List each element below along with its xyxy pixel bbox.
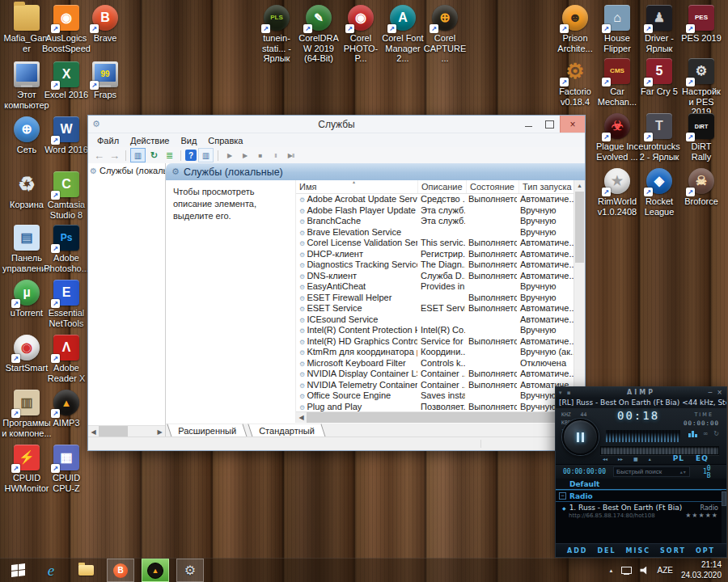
table-row[interactable]: Adobe Acrobat Update ServiceСредство ...… <box>296 194 574 205</box>
desktop-icon-plague-inc[interactable]: ☣↗Plague Inc Evolved ... <box>596 113 638 162</box>
desktop-icon-brave[interactable]: B↗Brave <box>83 5 128 44</box>
eject-icon[interactable]: ▴ <box>649 456 651 462</box>
column-header-3[interactable]: Тип запуска <box>519 180 578 193</box>
stop-icon[interactable]: ■ <box>633 456 638 462</box>
column-header-1[interactable]: Описание <box>418 180 467 193</box>
table-row[interactable]: Brave Elevation ServiceВручнуюЛокальн <box>296 227 574 238</box>
scroll-left-arrow[interactable]: ◀ <box>88 426 99 437</box>
table-row[interactable]: Diagnostics Tracking ServiceThe Diagn...… <box>296 259 574 271</box>
table-row[interactable]: Microsoft Keyboard FilterControls k...От… <box>296 358 574 369</box>
table-row[interactable]: DHCP-клиентРегистрир...ВыполняетсяАвтома… <box>296 249 574 260</box>
playlist-button-del[interactable]: DEL <box>597 547 616 555</box>
desktop-icon-fraps[interactable]: 99↗Fraps <box>83 61 128 100</box>
scroll-thumb[interactable] <box>307 412 574 423</box>
playlist-button-sort[interactable]: SORT <box>660 547 686 555</box>
maximize-button[interactable] <box>539 116 560 133</box>
scroll-left-arrow[interactable]: ◀ <box>296 412 307 423</box>
desktop-icon-prison-architect[interactable]: ☻↗Prison Archite... <box>554 5 596 53</box>
playlist-group-row[interactable]: − Radio <box>556 490 726 502</box>
desktop-icon-pes-2019-settings[interactable]: ⚙↗Настройки PES 2019 <box>680 58 722 117</box>
taskbar-item-internet-explorer[interactable]: e <box>37 559 65 582</box>
desktop-icon-coreldraw-2019[interactable]: ✎↗CorelDRAW 2019 (64-Bit) <box>297 5 341 64</box>
scroll-thumb[interactable] <box>575 192 584 263</box>
table-row[interactable]: KtmRm для координатора расп...Координи..… <box>296 347 574 358</box>
track-rating[interactable]: ★★★★★ <box>685 512 718 519</box>
scroll-thumb[interactable] <box>99 426 128 437</box>
table-row[interactable]: ESET ServiceESET ServiceВыполняетсяАвтом… <box>296 303 574 314</box>
search-spin-buttons[interactable]: ▴▾ <box>680 469 687 474</box>
table-row[interactable]: Intel(R) HD Graphics Control Pan...Servi… <box>296 336 574 348</box>
collapse-group-icon[interactable]: − <box>559 492 566 500</box>
desktop-icon-eurotrucks2[interactable]: T↗eurotrucks2 - Ярлык <box>638 113 680 162</box>
taskbar-item-brave[interactable]: B <box>107 559 134 582</box>
aimp-minimize-button[interactable]: ─ <box>708 389 712 396</box>
playlist-tab-default[interactable]: Default <box>566 480 603 489</box>
table-row[interactable]: DNS-клиентСлужба D...ВыполняетсяАвтомати… <box>296 271 574 282</box>
menu-item-вид[interactable]: Вид <box>175 136 202 146</box>
prev-track-icon[interactable]: ◂◂ <box>603 456 607 462</box>
shuffle-icon[interactable]: ↻ <box>713 430 719 437</box>
desktop-icon-tunein-station[interactable]: PLS↗tunein-stati... - Ярлык <box>255 5 298 64</box>
desktop-icon-factorio[interactable]: ⚙↗Factorio v0.18.4 <box>554 58 596 107</box>
taskbar-item-services[interactable]: ⚙ <box>176 559 204 582</box>
table-row[interactable]: NVIDIA Display Container LSContainer ...… <box>296 369 574 380</box>
table-row[interactable]: ESET Firewall HelperВыполняетсяВручнуюЛо… <box>296 293 574 304</box>
view-tab-extended[interactable]: Расширенный <box>167 424 248 437</box>
tree-item-services-local[interactable]: ⚙ Службы (локальн <box>88 163 165 178</box>
play-pause-button[interactable] <box>562 419 599 455</box>
table-row[interactable]: Corel License Validation Service ...This… <box>296 238 574 249</box>
desktop-icon-aimp3[interactable]: ▲↗AIMP3 <box>40 390 92 428</box>
desktop-icon-house-flipper[interactable]: ⌂↗House Flipper <box>596 5 638 53</box>
desktop-icon-corel-font-manager[interactable]: A↗Corel Font Manager 2... <box>381 5 425 64</box>
taskbar-clock[interactable]: 21:14 24.03.2020 <box>681 560 722 580</box>
aimp-titlebar[interactable]: ▾ ▪ AIMP ─ × <box>556 387 726 398</box>
menu-item-справка[interactable]: Справка <box>202 136 248 146</box>
column-header-0[interactable]: Имя <box>296 180 418 193</box>
table-row[interactable]: Office Source EngineSaves insta...Вручну… <box>296 390 574 402</box>
desktop-icon-far-cry-5[interactable]: 5↗Far Cry 5 <box>638 58 680 97</box>
desktop-icon-cpuid-cpu-z[interactable]: ▦↗CPUID CPU-Z <box>40 445 92 493</box>
services-vertical-scrollbar[interactable]: ▲ ▼ <box>574 180 585 412</box>
desktop-icon-car-mechanic[interactable]: CMS↗Car Mechan... <box>596 58 638 107</box>
playlist-button-misc[interactable]: MISC <box>626 547 651 555</box>
playlist-button-add[interactable]: ADD <box>567 547 587 555</box>
column-header-2[interactable]: Состояние <box>467 180 519 193</box>
visualizer-icon[interactable] <box>688 430 697 437</box>
table-row[interactable]: Adobe Flash Player Update ServiceЭта слу… <box>296 205 574 217</box>
forward-button[interactable]: → <box>108 149 121 162</box>
equalizer-button[interactable]: EQ <box>696 454 709 462</box>
volume-icon[interactable] <box>640 567 649 575</box>
services-horizontal-scrollbar[interactable]: ◀ <box>296 411 585 423</box>
table-row[interactable]: EasyAntiCheatProvides in...ВручнуюЛокаль… <box>296 281 574 293</box>
start-button[interactable] <box>6 560 30 581</box>
aimp-close-button[interactable]: × <box>717 389 722 396</box>
table-row[interactable]: BranchCacheЭта служб...ВручнуюСетевая <box>296 216 574 227</box>
hidden-icons-chevron[interactable]: ▲ <box>609 568 614 573</box>
refresh-button[interactable]: ↻ <box>147 149 161 162</box>
playlist-button-opt[interactable]: OPT <box>696 547 715 555</box>
desktop-icon-adobe-photoshop[interactable]: Ps↗Adobe Photosho... <box>40 225 92 273</box>
table-row[interactable]: Plug and PlayПозволяет...ВыполняетсяВруч… <box>296 402 574 412</box>
desktop-icon-broforce[interactable]: ☠↗Broforce <box>680 168 722 207</box>
back-button[interactable]: ← <box>92 149 106 162</box>
minimize-button[interactable] <box>518 116 539 133</box>
scroll-right-arrow[interactable]: ▶ <box>154 426 165 437</box>
table-row[interactable]: ICEsound ServiceАвтоматиче...Локальн <box>296 314 574 326</box>
repeat-icon[interactable]: ∞ <box>703 430 709 437</box>
taskbar-item-file-explorer[interactable] <box>72 559 99 582</box>
close-button[interactable]: × <box>560 116 585 133</box>
desktop-icon-adobe-reader-x[interactable]: Λ↗Adobe Reader X <box>40 335 92 383</box>
export-list-button[interactable]: ≣ <box>163 149 176 162</box>
next-track-icon[interactable]: ▸▸ <box>618 456 623 462</box>
desktop-icon-pes-2019[interactable]: PES↗PES 2019 <box>680 5 722 44</box>
desktop-icon-corel-capture[interactable]: ⊕↗Corel CAPTURE... <box>423 5 467 64</box>
desktop-icon-dirt-rally[interactable]: DiRT↗DiRT Rally <box>680 113 722 162</box>
help-button[interactable]: ? <box>185 150 197 161</box>
pause-service-button[interactable]: ‖ <box>269 149 282 162</box>
scroll-thumb[interactable] <box>722 491 726 506</box>
properties-window-button[interactable]: ▥ <box>198 148 214 162</box>
desktop-icon-rocket-league[interactable]: ◈↗Rocket League <box>638 168 680 217</box>
language-indicator[interactable]: AZE <box>657 566 672 575</box>
desktop-icon-driver[interactable]: ♟↗Driver - Ярлык <box>638 5 680 53</box>
scroll-up-arrow[interactable]: ▲ <box>574 180 585 191</box>
